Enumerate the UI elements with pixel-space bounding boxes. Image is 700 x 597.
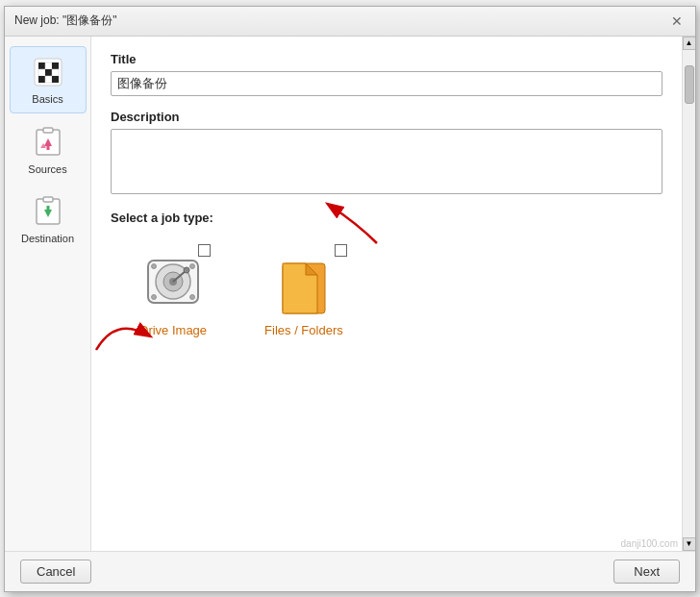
drive-image-icon	[144, 253, 202, 311]
svg-point-25	[152, 263, 157, 268]
job-types-container: Drive Image	[111, 238, 662, 337]
svg-rect-16	[43, 197, 53, 202]
svg-point-28	[190, 294, 195, 299]
next-button[interactable]: Next	[613, 560, 680, 584]
dialog-body: Basics Sources	[5, 37, 695, 551]
dialog-footer: Cancel Next	[5, 551, 695, 591]
files-folders-icon	[275, 248, 333, 315]
dialog-window: New job: "图像备份" ✕	[4, 6, 696, 592]
svg-rect-1	[38, 62, 45, 69]
job-type-drive-image[interactable]: Drive Image	[139, 248, 207, 337]
svg-rect-9	[52, 76, 59, 83]
title-input[interactable]	[111, 71, 662, 96]
sidebar-basics-label: Basics	[32, 93, 62, 105]
svg-point-27	[152, 294, 157, 299]
arrow-files-folders	[310, 195, 387, 253]
svg-rect-11	[43, 128, 53, 133]
files-folders-label: Files / Folders	[264, 323, 343, 337]
scroll-thumb[interactable]	[685, 65, 694, 104]
cancel-button[interactable]: Cancel	[20, 560, 91, 584]
sidebar-item-basics[interactable]: Basics	[10, 46, 87, 113]
title-label: Title	[111, 52, 662, 66]
svg-point-24	[184, 267, 189, 273]
description-label: Description	[111, 110, 662, 124]
svg-rect-3	[52, 62, 59, 69]
sidebar-item-destination[interactable]: Destination	[10, 187, 87, 252]
watermark: danji100.com	[621, 538, 678, 549]
svg-rect-7	[38, 76, 45, 83]
job-type-files-folders[interactable]: Files / Folders	[264, 248, 343, 337]
svg-rect-8	[45, 76, 52, 83]
destination-icon	[31, 194, 65, 229]
sidebar-destination-label: Destination	[21, 233, 74, 244]
svg-point-26	[190, 263, 195, 268]
dialog-title: New job: "图像备份"	[14, 12, 117, 29]
sources-icon	[31, 125, 65, 160]
drive-image-icon-wrap	[139, 248, 207, 315]
svg-rect-5	[45, 69, 52, 76]
main-content: Title Description Select a job type:	[91, 37, 682, 551]
sidebar-sources-label: Sources	[28, 163, 66, 175]
arrow-drive-image	[91, 307, 163, 355]
svg-rect-4	[38, 69, 45, 76]
title-bar: New job: "图像备份" ✕	[5, 7, 695, 37]
job-type-label: Select a job type:	[111, 211, 662, 225]
sidebar: Basics Sources	[5, 37, 91, 551]
svg-rect-2	[45, 62, 52, 69]
sidebar-item-sources[interactable]: Sources	[10, 117, 87, 183]
svg-rect-18	[46, 206, 49, 210]
svg-rect-13	[46, 146, 49, 150]
files-folders-icon-wrap	[270, 248, 338, 315]
description-input[interactable]	[111, 129, 662, 194]
svg-rect-6	[52, 69, 59, 76]
close-button[interactable]: ✕	[668, 12, 686, 30]
scroll-up-arrow[interactable]: ▲	[683, 37, 696, 50]
scroll-down-arrow[interactable]: ▼	[683, 537, 696, 551]
scrollbar[interactable]: ▲ ▼	[682, 37, 695, 551]
basics-icon	[31, 55, 65, 89]
